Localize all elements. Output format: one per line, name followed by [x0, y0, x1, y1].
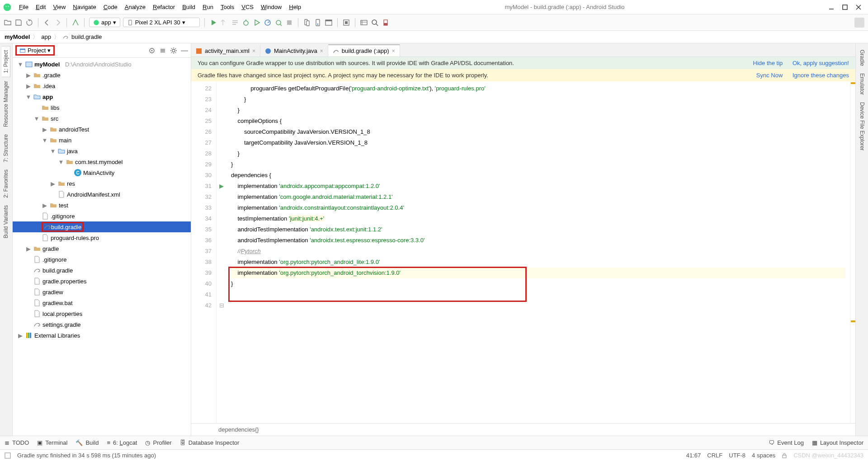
- left-tab-build-variants[interactable]: Build Variants: [2, 202, 10, 242]
- bottom-tool-database-inspector[interactable]: 🗄Database Inspector: [180, 439, 240, 446]
- bottom-tool-layout-inspector[interactable]: ▦Layout Inspector: [812, 439, 863, 446]
- right-tab-emulator[interactable]: Emulator: [858, 70, 866, 99]
- tree-item--gradle[interactable]: ▶.gradle: [13, 70, 191, 80]
- account-avatar[interactable]: [854, 18, 864, 28]
- tree-item-java[interactable]: ▼java: [13, 146, 191, 156]
- menu-tools[interactable]: Tools: [217, 2, 238, 12]
- run-icon[interactable]: [209, 19, 217, 27]
- close-tab-icon[interactable]: ×: [392, 48, 395, 54]
- read-only-toggle-icon[interactable]: [782, 453, 787, 458]
- editor-tab-mainactivity-java[interactable]: MainActivity.java×: [260, 45, 328, 56]
- sync-icon[interactable]: [25, 19, 33, 27]
- device-selector[interactable]: Pixel 2 XL API 30 ▾: [123, 18, 200, 27]
- tree-item-gradlew[interactable]: gradlew: [13, 287, 191, 297]
- debug-icon[interactable]: [242, 19, 250, 27]
- menu-edit[interactable]: Edit: [32, 2, 49, 12]
- forward-icon[interactable]: [54, 19, 62, 27]
- tree-item--gitignore[interactable]: .gitignore: [13, 254, 191, 265]
- run-config-selector[interactable]: app ▾: [89, 18, 120, 27]
- left-tab-2-favorites[interactable]: 2: Favorites: [2, 166, 10, 202]
- tree-item-libs[interactable]: libs: [13, 102, 191, 113]
- make-icon[interactable]: [71, 19, 80, 27]
- menu-build[interactable]: Build: [179, 2, 199, 12]
- breadcrumb[interactable]: build.gradle: [71, 33, 102, 40]
- tree-item-app[interactable]: ▼app: [13, 91, 191, 102]
- tree-item-proguard-rules-pro[interactable]: proguard-rules.pro: [13, 232, 191, 243]
- indent-config[interactable]: 4 spaces: [752, 452, 775, 459]
- left-tab-7-structure[interactable]: 7: Structure: [2, 131, 10, 166]
- tree-item-test[interactable]: ▶test: [13, 200, 191, 211]
- resource-manager-toolbar-icon[interactable]: [325, 19, 333, 27]
- close-tab-icon[interactable]: ×: [320, 48, 323, 54]
- select-opened-file-icon[interactable]: [148, 47, 156, 54]
- bottom-tool-build[interactable]: 🔨Build: [75, 439, 99, 446]
- code-editor[interactable]: 2223242526272829303132333435363738394041…: [191, 81, 855, 423]
- hide-icon[interactable]: —: [181, 47, 188, 54]
- profiler-icon[interactable]: [264, 19, 272, 27]
- menu-navigate[interactable]: Navigate: [69, 2, 99, 12]
- stop-icon[interactable]: [285, 19, 293, 27]
- tree-item-com-test-mymodel[interactable]: ▼com.test.mymodel: [13, 156, 191, 167]
- save-icon[interactable]: [14, 19, 23, 27]
- apply-changes-icon[interactable]: [220, 19, 228, 27]
- hide-tip-link[interactable]: Hide the tip: [745, 60, 783, 66]
- tree-item-gradle[interactable]: ▶gradle: [13, 243, 191, 254]
- breadcrumb[interactable]: app: [41, 33, 51, 40]
- expand-all-icon[interactable]: [159, 47, 166, 54]
- sync-now-link[interactable]: Sync Now: [748, 72, 783, 79]
- bottom-tool-terminal[interactable]: ▣Terminal: [37, 439, 67, 446]
- menu-run[interactable]: Run: [199, 2, 217, 12]
- memory-indicator-icon[interactable]: [382, 19, 390, 27]
- open-icon[interactable]: [4, 19, 12, 27]
- tree-item--gitignore[interactable]: .gitignore: [13, 211, 191, 221]
- right-tab-device-file-explorer[interactable]: Device File Explorer: [858, 99, 866, 154]
- tree-item-src[interactable]: ▼src: [13, 113, 191, 124]
- sdk-manager-icon[interactable]: [314, 19, 322, 27]
- right-tab-gradle[interactable]: Gradle: [858, 46, 866, 70]
- maximize-button[interactable]: [842, 4, 848, 10]
- attach-debugger-icon[interactable]: [274, 19, 283, 27]
- file-encoding[interactable]: UTF-8: [729, 452, 745, 459]
- bottom-tool-6-logcat[interactable]: ≡6: Logcat: [107, 439, 137, 446]
- left-tab-resource-manager[interactable]: Resource Manager: [2, 77, 10, 131]
- tree-item-androidmanifest-xml[interactable]: AndroidManifest.xml: [13, 189, 191, 200]
- tree-item-settings-gradle[interactable]: settings.gradle: [13, 319, 191, 330]
- tree-item-gradle-properties[interactable]: gradle.properties: [13, 276, 191, 287]
- tree-item-external-libraries[interactable]: ▶External Libraries: [13, 330, 191, 341]
- tree-item-build-gradle[interactable]: build.gradle: [13, 221, 191, 232]
- apply-suggestion-link[interactable]: Ok, apply suggestion!: [784, 60, 849, 66]
- tree-item-build-gradle[interactable]: build.gradle: [13, 265, 191, 276]
- avd-manager-icon[interactable]: [303, 19, 311, 27]
- tree-item-main[interactable]: ▼main: [13, 135, 191, 146]
- editor-tab-build-gradle-app-[interactable]: build.gradle (:app)×: [328, 44, 400, 56]
- tree-item-res[interactable]: ▶res: [13, 178, 191, 189]
- bottom-tool-event-log[interactable]: 🗨Event Log: [769, 439, 804, 446]
- menu-file[interactable]: File: [15, 2, 32, 12]
- menu-window[interactable]: Window: [257, 2, 285, 12]
- error-stripe[interactable]: [850, 81, 855, 423]
- menu-analyze[interactable]: Analyze: [121, 2, 149, 12]
- tree-item-mainactivity[interactable]: CMainActivity: [13, 167, 191, 178]
- menu-view[interactable]: View: [49, 2, 69, 12]
- menu-code[interactable]: Code: [100, 2, 121, 12]
- tree-item-gradlew-bat[interactable]: gradlew.bat: [13, 297, 191, 308]
- bottom-tool-todo[interactable]: ≣TODO: [5, 439, 29, 446]
- tree-item-local-properties[interactable]: local.properties: [13, 308, 191, 319]
- menu-refactor[interactable]: Refactor: [149, 2, 179, 12]
- apply-code-icon[interactable]: [231, 19, 239, 27]
- gear-icon[interactable]: [170, 47, 177, 54]
- ignore-changes-link[interactable]: Ignore these changes: [784, 72, 849, 79]
- line-separator[interactable]: CRLF: [707, 452, 722, 459]
- tree-item--idea[interactable]: ▶.idea: [13, 80, 191, 91]
- editor-tab-activity-main-xml[interactable]: activity_main.xml×: [191, 45, 260, 56]
- close-button[interactable]: [855, 4, 862, 10]
- breadcrumb[interactable]: myModel: [5, 33, 30, 40]
- tree-item-androidtest[interactable]: ▶androidTest: [13, 124, 191, 135]
- layout-validation-icon[interactable]: [360, 19, 368, 27]
- caret-position[interactable]: 41:67: [686, 452, 701, 459]
- menu-vcs[interactable]: VCS: [238, 2, 257, 12]
- tree-root[interactable]: ▼myModel D:\Android\AndroidStudio: [13, 59, 191, 70]
- back-icon[interactable]: [43, 19, 51, 27]
- minimize-button[interactable]: [828, 4, 835, 10]
- search-icon[interactable]: [371, 19, 379, 27]
